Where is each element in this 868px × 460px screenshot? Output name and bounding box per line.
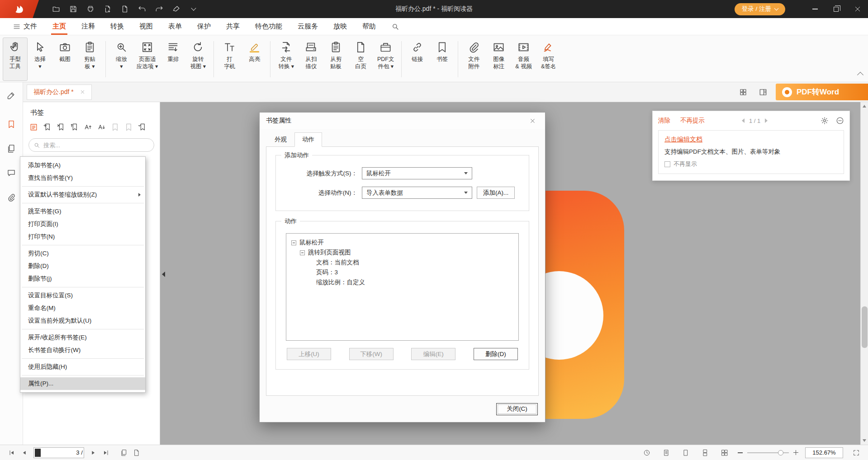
single-page-icon[interactable] bbox=[679, 447, 692, 459]
clear-hint-button[interactable]: 清除 bbox=[658, 117, 670, 125]
prev-page-button[interactable] bbox=[18, 447, 31, 459]
tab-cloud[interactable]: 云服务 bbox=[290, 18, 326, 35]
zoom-level-field[interactable] bbox=[805, 447, 843, 458]
bookmarks-panel-icon[interactable] bbox=[0, 117, 23, 132]
scrollbar-thumb[interactable] bbox=[862, 306, 868, 348]
tab-form[interactable]: 表单 bbox=[161, 18, 190, 35]
menubar-search-button[interactable] bbox=[388, 20, 403, 33]
dialog-close-button[interactable] bbox=[526, 114, 539, 127]
minimize-button[interactable] bbox=[804, 0, 825, 18]
ribbon-bookmark-button[interactable]: 书签 bbox=[430, 38, 455, 81]
menu-item-delete[interactable]: 删除(D) bbox=[20, 260, 145, 272]
tab-home[interactable]: 主页 bbox=[45, 18, 74, 35]
scroll-down-icon[interactable] bbox=[863, 439, 866, 442]
page-copy-icon[interactable] bbox=[118, 447, 130, 459]
tree-collapse-icon[interactable] bbox=[291, 240, 296, 245]
zoom-in-icon[interactable] bbox=[793, 450, 798, 455]
page-number-field[interactable] bbox=[33, 447, 84, 458]
pdf-to-word-banner[interactable]: PDF转Word bbox=[776, 84, 868, 100]
ribbon-image-annotation-button[interactable]: 图像 标注 bbox=[486, 38, 511, 81]
vertical-scrollbar[interactable] bbox=[860, 102, 868, 445]
format-brush-button[interactable] bbox=[169, 2, 184, 16]
tab-help[interactable]: 帮助 bbox=[355, 18, 384, 35]
auto-scroll-icon[interactable] bbox=[640, 447, 653, 459]
expand-bookmark-text-icon[interactable] bbox=[82, 122, 94, 133]
fullscreen-icon[interactable] bbox=[850, 447, 863, 459]
grid-view-icon[interactable] bbox=[736, 85, 750, 99]
ribbon-snapshot-button[interactable]: 截图 bbox=[52, 38, 77, 81]
collapse-bookmark-text-icon[interactable] bbox=[95, 122, 108, 133]
ribbon-link-button[interactable]: 链接 bbox=[405, 38, 430, 81]
menu-item-set-default-appearance[interactable]: 设置当前外观为默认(U) bbox=[20, 314, 145, 327]
ribbon-fill-sign-button[interactable]: 填写 &签名 bbox=[536, 38, 561, 81]
tab-protect[interactable]: 保护 bbox=[190, 18, 218, 35]
print-button[interactable] bbox=[83, 2, 98, 16]
open-file-button[interactable] bbox=[49, 2, 63, 16]
goto-bookmark-icon[interactable] bbox=[68, 122, 81, 133]
menu-item-add-bookmark[interactable]: 添加书签(A) bbox=[20, 159, 145, 172]
dialog-tab-appearance[interactable]: 外观 bbox=[267, 132, 294, 147]
add-bookmark-icon[interactable] bbox=[41, 122, 53, 133]
zoom-out-icon[interactable] bbox=[738, 450, 743, 455]
zoom-level-input[interactable] bbox=[806, 448, 843, 458]
ribbon-reflow-button[interactable]: 重排 bbox=[161, 38, 185, 81]
menu-item-hide-after-use[interactable]: 使用后隐藏(H) bbox=[20, 361, 145, 373]
attachments-panel-icon[interactable] bbox=[0, 190, 23, 205]
ribbon-convert-button[interactable]: 文件 转换 ▾ bbox=[274, 38, 299, 81]
ribbon-hand-tool-button[interactable]: 手型 工具 bbox=[3, 38, 28, 81]
dont-show-checkbox[interactable] bbox=[664, 161, 670, 167]
ribbon-pdf-package-button[interactable]: PDF文 件包 ▾ bbox=[373, 38, 398, 81]
close-dialog-button[interactable]: 关闭(C) bbox=[496, 403, 538, 415]
edit-document-link[interactable]: 点击编辑文档 bbox=[664, 136, 702, 143]
menu-item-properties[interactable]: 属性(P)... bbox=[20, 377, 145, 390]
tab-close-icon[interactable] bbox=[80, 89, 85, 96]
tab-convert[interactable]: 转换 bbox=[103, 18, 132, 35]
next-hint-icon[interactable] bbox=[765, 118, 768, 123]
document-tab[interactable]: 福昕办公.pdf * bbox=[27, 84, 92, 100]
collapse-ribbon-icon[interactable] bbox=[857, 72, 863, 78]
comments-panel-icon[interactable] bbox=[0, 165, 23, 181]
scroll-up-icon[interactable] bbox=[863, 105, 866, 108]
hide-hint-icon[interactable] bbox=[836, 117, 844, 125]
delete-bookmark-icon[interactable] bbox=[55, 122, 67, 133]
menu-item-delete-section[interactable]: 删除节(j) bbox=[20, 272, 145, 285]
ribbon-audio-video-button[interactable]: 音频 & 视频 bbox=[511, 38, 536, 81]
menu-item-default-zoom[interactable]: 设置默认书签缩放级别(Z) bbox=[20, 188, 145, 201]
panel-collapse-handle[interactable] bbox=[160, 265, 166, 284]
gear-icon[interactable] bbox=[821, 117, 829, 125]
restore-button[interactable] bbox=[825, 0, 847, 18]
ribbon-clipboard-button[interactable]: 剪贴 板 ▾ bbox=[77, 38, 102, 81]
menu-item-cut[interactable]: 剪切(C) bbox=[20, 247, 145, 260]
first-page-button[interactable] bbox=[5, 447, 18, 459]
save-button[interactable] bbox=[66, 2, 81, 16]
ribbon-zoom-button[interactable]: 缩放 ▾ bbox=[109, 38, 134, 81]
page-number-input[interactable] bbox=[42, 449, 84, 456]
delete-action-button[interactable]: 删除(D) bbox=[474, 348, 518, 360]
menu-item-wrap-long-bookmarks[interactable]: 长书签自动换行(W) bbox=[20, 344, 145, 357]
continuous-scrolling-icon[interactable] bbox=[699, 447, 711, 459]
redo-button[interactable] bbox=[152, 2, 166, 16]
zoom-slider-knob[interactable] bbox=[778, 450, 783, 455]
ribbon-highlight-button[interactable]: 高亮 bbox=[242, 38, 267, 81]
add-action-button[interactable]: 添加(A)... bbox=[477, 187, 515, 199]
no-prompt-button[interactable]: 不再提示 bbox=[680, 117, 705, 125]
prev-bookmark-icon[interactable] bbox=[109, 122, 121, 133]
next-bookmark-icon[interactable] bbox=[123, 122, 135, 133]
menu-item-rename[interactable]: 重命名(M) bbox=[20, 302, 145, 314]
action-tree[interactable]: 鼠标松开 跳转到页面视图 文档：当前文档 页码：3 缩放比例：自定义 bbox=[286, 233, 519, 341]
action-type-select[interactable]: 导入表单数据 bbox=[362, 187, 472, 199]
text-viewer-icon[interactable] bbox=[660, 447, 673, 459]
ribbon-typewriter-button[interactable]: 打 字机 bbox=[217, 38, 242, 81]
bookmark-list-icon[interactable] bbox=[28, 122, 40, 133]
next-page-button[interactable] bbox=[87, 447, 100, 459]
dialog-tab-action[interactable]: 动作 bbox=[294, 132, 322, 147]
ribbon-from-clipboard-button[interactable]: 从剪 贴板 bbox=[323, 38, 348, 81]
tab-comment[interactable]: 注释 bbox=[74, 18, 103, 35]
ribbon-file-attach-button[interactable]: 文件 附件 bbox=[461, 38, 486, 81]
annotate-pencil-icon[interactable] bbox=[0, 88, 23, 103]
ribbon-select-button[interactable]: 选择 ▾ bbox=[28, 38, 52, 81]
menu-item-print-page[interactable]: 打印页面(I) bbox=[20, 218, 145, 230]
move-up-button[interactable]: 上移(U) bbox=[287, 348, 331, 360]
dialog-title-bar[interactable]: 书签属性 bbox=[260, 113, 545, 129]
menu-item-set-destination[interactable]: 设置目标位置(S) bbox=[20, 289, 145, 302]
